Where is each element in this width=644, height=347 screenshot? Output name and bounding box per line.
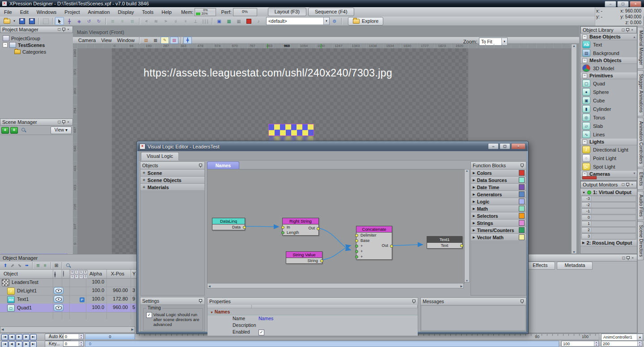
move-tool-button[interactable]: ╋: [65, 17, 74, 25]
framebuffer-slot[interactable]: [591, 196, 636, 202]
ypos-cell[interactable]: 9: [132, 296, 135, 301]
framebuffer-slot[interactable]: [591, 215, 636, 220]
oblib-item-background[interactable]: ▤Background: [580, 49, 637, 57]
viewport-menu-view[interactable]: View: [98, 37, 114, 43]
explore-button[interactable]: Explore: [348, 17, 383, 25]
ypos-cell[interactable]: 5: [132, 305, 135, 310]
panel-float-icon[interactable]: ▢: [57, 120, 62, 124]
objects-group-scene[interactable]: +Scene: [140, 169, 204, 177]
viewport-menu-window[interactable]: Window: [114, 37, 137, 43]
search-icon[interactable]: [21, 127, 26, 133]
function-block-logic[interactable]: ▶Logic: [471, 198, 526, 205]
monitor-virtual-output[interactable]: ▼ 1: Virtual Output: [580, 189, 637, 196]
pivot-tool-button[interactable]: ↻: [94, 17, 103, 25]
panel-float-icon[interactable]: ▢: [621, 28, 626, 32]
expand-icon[interactable]: ▶: [582, 241, 585, 245]
layout-tab-button[interactable]: Layout (F3): [268, 8, 306, 16]
panel-float-icon[interactable]: ▢: [57, 27, 62, 32]
timeline-segment-0[interactable]: 0: [85, 334, 135, 339]
align-right-button[interactable]: ⫸: [161, 17, 170, 25]
output-port-icon[interactable]: [317, 227, 320, 230]
input-port-icon[interactable]: [355, 245, 358, 248]
preset-settings-button[interactable]: ⚙: [330, 17, 339, 25]
vle-maximize-button[interactable]: ▢: [500, 143, 510, 149]
run-after-advance-checkbox[interactable]: ✓: [146, 312, 152, 318]
scroll-left-icon[interactable]: ◀: [208, 284, 211, 288]
add-scene-group-button[interactable]: +: [10, 127, 18, 134]
framebuffer-slot[interactable]: [591, 227, 636, 233]
oblib-item-sphere[interactable]: ●Sphere: [580, 88, 637, 96]
go-start-button[interactable]: |◀: [1, 341, 8, 347]
eye-icon[interactable]: [55, 271, 55, 278]
scene-quad-object[interactable]: [269, 124, 314, 135]
combo-caret-icon[interactable]: ▾: [637, 334, 643, 340]
anim-controller-combobox[interactable]: AnimController1 ▾: [601, 334, 643, 341]
framebuffer-slot[interactable]: [591, 202, 636, 208]
column-object[interactable]: Object: [4, 271, 18, 276]
function-block-data-sources[interactable]: ▶Data Sources: [471, 177, 526, 184]
menu-help[interactable]: Help: [157, 8, 176, 16]
vle-title-bar[interactable]: X Visual Logic Editor - LeadersTest – ▢ …: [137, 142, 528, 151]
panel-close-icon[interactable]: ×: [630, 182, 635, 187]
panel-pin-icon[interactable]: [199, 299, 203, 303]
node-string-value[interactable]: String Value String: [286, 251, 322, 264]
align-top-button[interactable]: ♅: [171, 17, 180, 25]
oblib-section-lights[interactable]: −Lights: [580, 139, 637, 145]
scroll-up-icon[interactable]: ▲: [465, 169, 469, 172]
input-port-icon[interactable]: [281, 226, 284, 229]
frame-spinner-2[interactable]: 0▲▼: [63, 341, 84, 347]
search-icon[interactable]: [66, 263, 71, 268]
alpha-cell[interactable]: 100.0: [87, 279, 104, 284]
output-port-icon[interactable]: [390, 245, 393, 248]
publish-badge[interactable]: P: [80, 297, 85, 302]
go-end-button[interactable]: ▶|: [30, 341, 37, 347]
framebuffer-2[interactable]: 2: [581, 227, 636, 233]
align-center-h-button[interactable]: ≋: [152, 17, 161, 25]
side-tab-animation-controllers[interactable]: Animation Controllers: [638, 118, 644, 168]
column-ypos[interactable]: Y: [132, 271, 136, 276]
scroll-up-icon[interactable]: ▲: [572, 44, 576, 47]
framebuffer--1[interactable]: -1: [581, 208, 636, 215]
grid-icon[interactable]: ▦: [151, 37, 160, 44]
menu-edit[interactable]: Edit: [16, 8, 33, 16]
output-port-icon[interactable]: [243, 226, 246, 229]
go-start-button[interactable]: |◀: [1, 334, 8, 340]
pencil-edit-icon[interactable]: ✎: [161, 37, 169, 44]
function-block-math[interactable]: ▶Math: [471, 205, 526, 212]
distribute-h-button[interactable]: ∣∣∣: [201, 17, 210, 25]
flag-M[interactable]: M: [70, 270, 74, 274]
menu-tools[interactable]: Tools: [138, 8, 158, 16]
framebuffer-slot[interactable]: [591, 233, 636, 239]
panel-close-icon[interactable]: ×: [630, 256, 635, 260]
scroll-down-icon[interactable]: ▼: [633, 172, 636, 175]
tree-item-categories[interactable]: Categories: [1, 48, 72, 55]
step-forward-button[interactable]: |▶: [23, 334, 30, 340]
texture-view-icon[interactable]: ▧: [170, 37, 178, 44]
vle-minimize-button[interactable]: –: [488, 143, 499, 149]
scene-text-object[interactable]: https://assets.leaguestat.com/ushl/240x2…: [144, 67, 430, 79]
panel-pin-icon[interactable]: [626, 182, 630, 187]
timeline-bar-2[interactable]: 0: [85, 341, 559, 347]
oblib-item-3d-model[interactable]: 3D Model: [580, 64, 637, 72]
collapse-icon[interactable]: −: [582, 140, 587, 144]
function-block-colors[interactable]: ▶Colors: [471, 169, 526, 177]
move-in-button[interactable]: ⬊: [16, 263, 23, 268]
panel-pin-icon[interactable]: [199, 163, 203, 168]
menu-windows[interactable]: Windows: [33, 8, 61, 16]
panel-pin-icon[interactable]: [62, 27, 66, 32]
input-port-icon[interactable]: [281, 231, 284, 234]
pan-tool-icon[interactable]: ╋: [183, 37, 192, 44]
move-down-button[interactable]: ➠: [23, 263, 30, 268]
collapse-icon[interactable]: ▼: [582, 191, 585, 194]
dock-tab-metadata[interactable]: Metadata: [557, 262, 593, 270]
add-scene-button[interactable]: +: [1, 127, 9, 134]
framebuffer-slot[interactable]: [591, 221, 636, 227]
panel-close-icon[interactable]: ×: [630, 28, 635, 32]
side-tab-scene-directors[interactable]: Scene Directors: [638, 221, 644, 260]
output-port-icon[interactable]: [460, 244, 463, 247]
frame-spinner-1[interactable]: 0▲▼: [63, 334, 84, 339]
list-view-button[interactable]: ≣: [108, 17, 117, 25]
oblib-item-torus[interactable]: ◎Torus: [580, 113, 637, 122]
framebuffer-1[interactable]: 1: [581, 221, 636, 227]
combo-caret-icon[interactable]: ▾: [323, 17, 329, 25]
